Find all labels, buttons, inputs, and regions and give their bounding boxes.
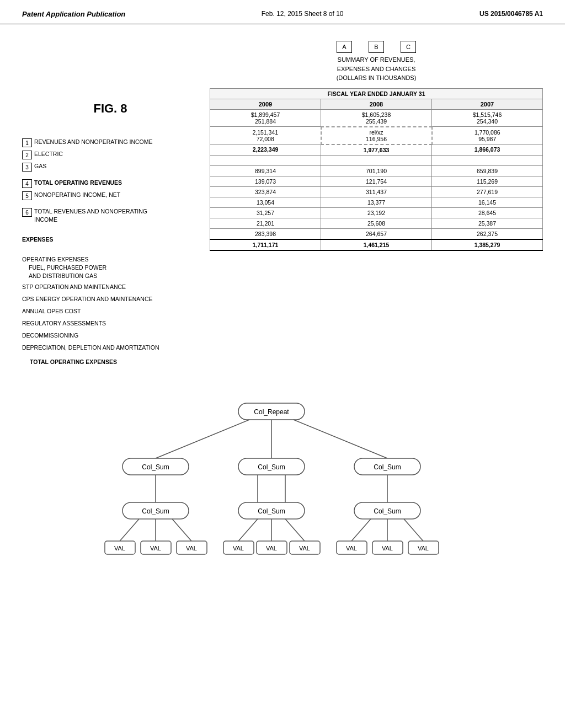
cell-2009-total-rev: 2,223,349 (210, 144, 321, 156)
row-num-6: 6 (22, 208, 32, 217)
stp-label: STP OPERATION AND MAINTENANCE (22, 283, 126, 291)
row-label-total-revenues: TOTAL REVENUES AND NONOPERATINGINCOME (34, 207, 147, 223)
year-2008: 2008 (321, 99, 432, 109)
val-9-label: VAL (418, 545, 429, 552)
cell-2007-total-rev: 1,866,073 (432, 144, 543, 156)
main-content: FIG. 8 1 REVENUES AND NONOPERATING INCOM… (0, 24, 565, 387)
col-a-box: A (337, 41, 352, 53)
cell-2009-cps: 323,874 (210, 186, 321, 197)
col-b-box: B (369, 41, 384, 53)
decommissioning-label: DECOMMISSIONING (22, 331, 78, 340)
col-repeat-label: Col_Repeat (254, 408, 289, 416)
cell-2008-depreciation: 264,657 (321, 228, 432, 239)
line-l3center-to-val6 (285, 519, 305, 541)
row-label-total-op-rev: TOTAL OPERATING REVENUES (34, 179, 122, 187)
table-row-opeb: 13,054 13,377 16,145 (210, 197, 543, 207)
cell-2008-electric-gas: $1,605,238255,439 (321, 109, 432, 127)
cell-2009-electric-gas: $1,899,457251,884 (210, 109, 321, 127)
row-label-gas: GAS (34, 162, 46, 170)
table-row-total-revenues: 2,223,349 1,977,633 1,866,073 (210, 144, 543, 156)
table-row-depreciation: 283,398 264,657 262,375 (210, 228, 543, 239)
table-row-fuel: 899,314 701,190 659,839 (210, 165, 543, 176)
line-l3left-to-val3 (172, 519, 191, 541)
cell-2007-electric-gas: $1,515,746254,340 (432, 109, 543, 127)
table-row-decommissioning: 21,201 25,608 25,387 (210, 218, 543, 228)
cell-2009-depreciation: 283,398 (210, 228, 321, 239)
table-row-electric-gas: $1,899,457251,884 $1,605,238255,439 $1,5… (210, 109, 543, 127)
data-table: FISCAL YEAR ENDED JANUARY 31 2009 2008 2… (210, 88, 543, 251)
col-c-box: C (401, 41, 416, 53)
title-line2: EXPENSES AND CHANGES (210, 65, 543, 74)
cell-2009-total-op-exp: 1,711,171 (210, 239, 321, 250)
page-header: Patent Application Publication Feb. 12, … (0, 0, 565, 24)
cell-2008-regulatory: 23,192 (321, 207, 432, 218)
level2-right-label: Col_Sum (374, 463, 401, 471)
row-num-1: 1 (22, 138, 32, 147)
cell-2007-total-nonop: 1,770,08695,987 (432, 127, 543, 144)
row-6: 6 TOTAL REVENUES AND NONOPERATINGINCOME (22, 207, 199, 223)
table-row-total-op-exp: 1,711,171 1,461,215 1,385,279 (210, 239, 543, 250)
row-num-2: 2 (22, 151, 32, 159)
opeb-label: ANNUAL OPEB COST (22, 307, 81, 315)
row-num-5: 5 (22, 191, 32, 200)
cell-2009-total-nonop: 2,151,34172,008 (210, 127, 321, 144)
cell-2007-fuel: 659,839 (432, 165, 543, 176)
row-4: 4 TOTAL OPERATING REVENUES (22, 179, 199, 189)
title-line3: (DOLLARS IN THOUSANDS) (210, 73, 543, 83)
line-l3right-to-val9 (404, 519, 423, 541)
table-title: SUMMARY OF REVENUES, EXPENSES AND CHANGE… (210, 55, 543, 83)
row-2: 2 ELECTRIC (22, 150, 199, 160)
depreciation-label: DEPRECIATION, DEPLETION AND AMORTIZATION (22, 344, 159, 352)
regulatory-row: REGULATORY ASSESSMENTS (22, 319, 199, 329)
fig-label: FIG. 8 (22, 101, 199, 116)
cell-spacer-1 (210, 155, 321, 165)
cell-2007-stp: 115,269 (432, 176, 543, 186)
level3-right-label: Col_Sum (374, 507, 401, 515)
diagram-area: Col_Repeat Col_Sum Col_Sum Col_Sum Col_S… (0, 387, 565, 569)
cell-spacer-2 (321, 155, 432, 165)
val-3-label: VAL (186, 545, 197, 552)
row-num-4: 4 (22, 179, 32, 188)
stp-row: STP OPERATION AND MAINTENANCE (22, 283, 199, 293)
row-5: 5 NONOPERATING INCOME, NET (22, 191, 199, 201)
cell-2007-opeb: 16,145 (432, 197, 543, 207)
line-repeat-to-left (156, 420, 249, 458)
decommissioning-row: DECOMMISSIONING (22, 331, 199, 341)
cell-2007-depreciation: 262,375 (432, 228, 543, 239)
val-4-label: VAL (233, 545, 244, 552)
cell-2009-regulatory: 31,257 (210, 207, 321, 218)
cell-2008-decommissioning: 25,608 (321, 218, 432, 228)
val-6-label: VAL (299, 545, 310, 552)
row-label-revenues: REVENUES AND NONOPERATING INCOME (34, 138, 153, 146)
level2-center-label: Col_Sum (258, 463, 285, 471)
cell-2009-opeb: 13,054 (210, 197, 321, 207)
row-3: 3 GAS (22, 162, 199, 172)
cps-label: CPS ENERGY OPERATION AND MAINTENANCE (22, 295, 153, 303)
row-label-electric: ELECTRIC (34, 150, 63, 158)
val-2-label: VAL (150, 545, 161, 552)
left-panel: FIG. 8 1 REVENUES AND NONOPERATING INCOM… (22, 41, 199, 370)
cell-spacer-3 (432, 155, 543, 165)
cell-2007-regulatory: 28,645 (432, 207, 543, 218)
val-8-label: VAL (382, 545, 393, 552)
cell-2008-cps: 311,437 (321, 186, 432, 197)
depreciation-row: DEPRECIATION, DEPLETION AND AMORTIZATION (22, 344, 199, 354)
year-2009: 2009 (210, 99, 321, 109)
cps-row: CPS ENERGY OPERATION AND MAINTENANCE (22, 295, 199, 305)
val-7-label: VAL (346, 545, 357, 552)
diagram-svg: Col_Repeat Col_Sum Col_Sum Col_Sum Col_S… (89, 398, 476, 558)
total-op-expenses-label: TOTAL OPERATING EXPENSES (22, 358, 117, 366)
cell-2008-total-op-exp: 1,461,215 (321, 239, 432, 250)
cell-2007-decommissioning: 25,387 (432, 218, 543, 228)
opeb-row: ANNUAL OPEB COST (22, 307, 199, 317)
row-num-3: 3 (22, 163, 32, 172)
cell-2008-fuel: 701,190 (321, 165, 432, 176)
cell-2008-opeb: 13,377 (321, 197, 432, 207)
cell-2008-total-nonop: rel/xz116,956 (321, 127, 432, 144)
publication-label: Patent Application Publication (22, 10, 125, 18)
operating-expenses-section: OPERATING EXPENSESFUEL, PURCHASED POWERA… (22, 255, 199, 280)
total-op-expenses-row: TOTAL OPERATING EXPENSES (22, 358, 199, 368)
sheet-info: Feb. 12, 2015 Sheet 8 of 10 (262, 10, 344, 18)
title-line1: SUMMARY OF REVENUES, (210, 55, 543, 65)
row-1-2-3: 1 REVENUES AND NONOPERATING INCOME (22, 138, 199, 148)
